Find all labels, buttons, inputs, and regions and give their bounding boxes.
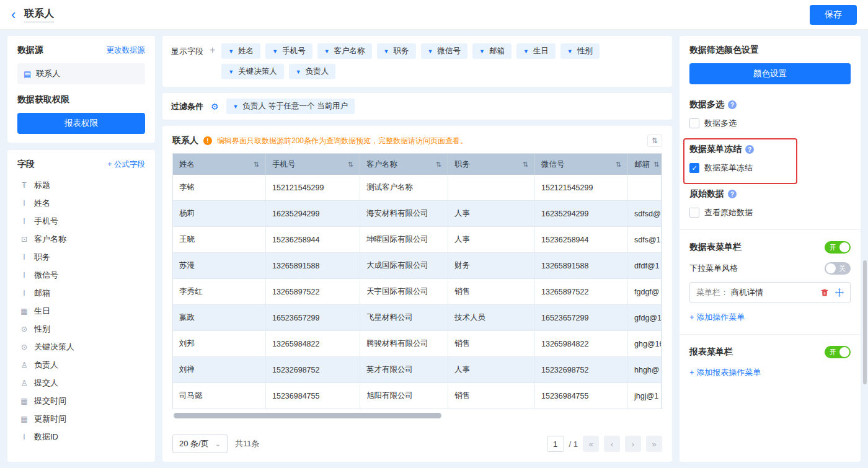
page-input[interactable]: 1 — [547, 436, 564, 452]
cell-name: 王晓 — [173, 227, 266, 252]
first-page-button[interactable]: « — [583, 436, 599, 452]
field-item[interactable]: ▦ 提交时间 — [17, 392, 145, 410]
table-row: 刘禅 15232698752 英才有限公司 人事 15232698752 hhg… — [173, 357, 662, 383]
dropdown-style-toggle[interactable]: 关 — [825, 262, 851, 275]
move-icon[interactable] — [835, 288, 844, 297]
filter-condition-chip[interactable]: ▼ 负责人 等于任意一个 当前用户 — [226, 99, 355, 114]
field-item[interactable]: I 微信号 — [17, 266, 145, 284]
field-item[interactable]: I 职务 — [17, 248, 145, 266]
formula-field-link[interactable]: + 公式字段 — [107, 159, 145, 170]
cell-name: 刘邦 — [173, 331, 266, 356]
display-field-chip[interactable]: ▼ 客户名称 — [317, 43, 372, 59]
cell-job: 销售 — [448, 279, 535, 304]
gear-icon[interactable]: ⚙ — [211, 102, 219, 112]
raw-data-section: 原始数据 ? 查看原始数据 — [689, 188, 851, 218]
next-page-button[interactable]: › — [625, 436, 641, 452]
column-title: 职务 — [454, 159, 470, 170]
column-header[interactable]: 微信号 ⇅ — [535, 154, 628, 175]
multi-select-checkbox-row[interactable]: 数据多选 — [689, 118, 851, 129]
column-header[interactable]: 职务 ⇅ — [448, 154, 535, 175]
cell-email: sdfs@1 — [628, 227, 662, 252]
report-permission-button[interactable]: 报表权限 — [17, 113, 145, 134]
sort-order-button[interactable]: ⇅ — [647, 135, 662, 147]
last-page-button[interactable]: » — [646, 436, 662, 452]
field-item[interactable]: ⊙ 性别 — [17, 320, 145, 338]
cell-phone: 13265891588 — [266, 253, 360, 278]
vertical-scrollbar[interactable] — [863, 260, 867, 384]
column-header[interactable]: 邮箱 ⇅ — [628, 154, 662, 175]
page-size-select[interactable]: 20 条/页 ⌄ — [172, 435, 228, 453]
report-menu-toggle[interactable]: 开 — [825, 346, 851, 358]
field-item[interactable]: ♙ 负责人 — [17, 356, 145, 374]
column-header[interactable]: 客户名称 ⇅ — [360, 154, 448, 175]
display-field-chip[interactable]: ▼ 生日 — [516, 43, 556, 59]
column-header[interactable]: 姓名 ⇅ — [173, 154, 266, 175]
change-datasource-link[interactable]: 更改数据源 — [107, 45, 146, 56]
menu-item-row[interactable]: 菜单栏： 商机详情 — [689, 282, 851, 303]
help-icon[interactable]: ? — [745, 145, 754, 154]
cell-phone: 16235294299 — [266, 201, 360, 226]
back-icon[interactable]: ‹ — [11, 8, 16, 22]
field-item[interactable]: I 姓名 — [17, 194, 145, 212]
add-action-menu-link[interactable]: + 添加操作菜单 — [689, 312, 745, 323]
display-field-chip[interactable]: ▼ 负责人 — [289, 64, 335, 79]
table-menu-toggle[interactable]: 开 — [825, 241, 851, 254]
checkbox-unchecked-icon[interactable] — [689, 208, 699, 218]
display-field-chip[interactable]: ▼ 微信号 — [421, 43, 467, 59]
color-settings-button[interactable]: 颜色设置 — [689, 63, 851, 84]
field-item[interactable]: ▦ 生日 — [17, 302, 145, 320]
permission-title: 数据获取权限 — [17, 94, 145, 105]
field-item[interactable]: ♙ 提交人 — [17, 374, 145, 392]
display-field-chip[interactable]: ▼ 邮箱 — [472, 43, 512, 59]
warning-icon: ! — [203, 136, 212, 145]
display-field-chip[interactable]: ▼ 性别 — [560, 43, 600, 59]
table-row: 王晓 15236258944 坤曜国际有限公司 人事 15236258944 s… — [173, 227, 662, 253]
checkbox-unchecked-icon[interactable] — [689, 118, 699, 128]
raw-data-checkbox-row[interactable]: 查看原始数据 — [689, 207, 851, 218]
datasource-card: 数据源 更改数据源 ▤ 联系人 数据获取权限 报表权限 — [7, 36, 155, 143]
datasource-item[interactable]: ▤ 联系人 — [17, 63, 145, 84]
column-sort-icon[interactable]: ⇅ — [653, 161, 659, 169]
help-icon[interactable]: ? — [728, 190, 737, 198]
save-button[interactable]: 保存 — [810, 5, 857, 25]
chip-label: 生日 — [533, 46, 549, 56]
column-sort-icon[interactable]: ⇅ — [616, 161, 621, 169]
field-item[interactable]: ⊡ 客户名称 — [17, 230, 145, 248]
page-total: / 1 — [569, 439, 578, 449]
menu-freeze-section: 数据菜单冻结 ? ✓ 数据菜单冻结 — [689, 144, 851, 174]
page-title[interactable]: 联系人 — [24, 7, 54, 22]
display-field-chip[interactable]: ▼ 关键决策人 — [221, 64, 283, 79]
cell-customer: 大成国际有限公司 — [360, 253, 448, 278]
table-menu-section: 数据表菜单栏 开 下拉菜单风格 关 菜单栏： 商机详情 — [689, 241, 851, 323]
display-field-chip[interactable]: ▼ 手机号 — [265, 43, 312, 59]
menu-freeze-checkbox-row[interactable]: ✓ 数据菜单冻结 — [689, 162, 851, 174]
field-label: 更新时间 — [34, 413, 66, 425]
column-sort-icon[interactable]: ⇅ — [348, 161, 353, 169]
field-item[interactable]: Ŧ 标题 — [17, 176, 145, 194]
add-report-menu-link[interactable]: + 添加报表操作菜单 — [689, 367, 761, 378]
column-sort-icon[interactable]: ⇅ — [436, 161, 441, 169]
column-header[interactable]: 手机号 ⇅ — [266, 154, 360, 175]
field-item[interactable]: ⊙ 关键决策人 — [17, 338, 145, 356]
display-field-chip[interactable]: ▼ 姓名 — [221, 43, 260, 59]
column-sort-icon[interactable]: ⇅ — [254, 161, 259, 169]
display-fields-card: 显示字段 + ▼ 姓名 ▼ 手机号 ▼ 客户名称 — [162, 36, 672, 87]
field-label: 负责人 — [34, 360, 58, 371]
field-item[interactable]: ▦ 更新时间 — [17, 410, 145, 428]
horizontal-scrollbar[interactable] — [174, 413, 441, 418]
display-field-chip[interactable]: ▼ 职务 — [377, 43, 416, 59]
field-type-icon: ▦ — [20, 415, 29, 423]
cell-job: 销售 — [448, 383, 535, 408]
trash-icon[interactable] — [820, 288, 829, 297]
field-item[interactable]: I 手机号 — [17, 212, 145, 230]
field-item[interactable]: I 邮箱 — [17, 284, 145, 302]
cell-name: 李铭 — [173, 175, 266, 200]
add-display-field-button[interactable]: + — [210, 43, 215, 55]
prev-page-button[interactable]: ‹ — [604, 436, 620, 452]
column-sort-icon[interactable]: ⇅ — [523, 161, 528, 169]
field-item[interactable]: I 数据ID — [17, 428, 145, 446]
help-icon[interactable]: ? — [728, 100, 737, 109]
chevron-down-icon: ▼ — [324, 48, 330, 55]
checkbox-checked-icon[interactable]: ✓ — [689, 163, 699, 173]
multi-select-title: 数据多选 — [689, 99, 724, 110]
